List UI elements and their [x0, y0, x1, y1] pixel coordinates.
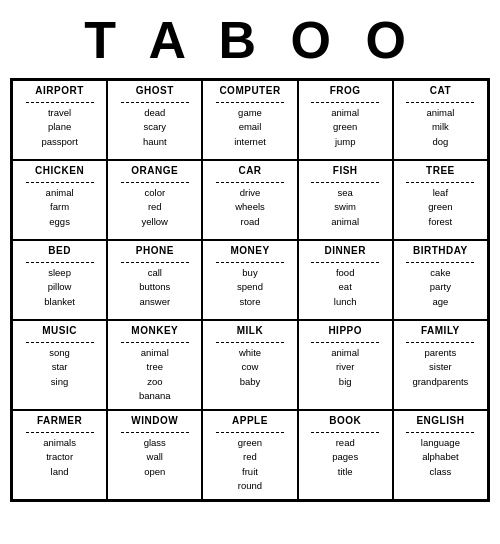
card-words: animal tree zoo banana: [139, 346, 171, 403]
card-title: APPLE: [232, 415, 268, 426]
card-title: ORANGE: [131, 165, 178, 176]
card-words: white cow baby: [239, 346, 261, 389]
card-words: dead scary haunt: [143, 106, 167, 149]
card-title: FISH: [333, 165, 358, 176]
card-divider: [406, 262, 474, 263]
card-words: animal river big: [331, 346, 359, 389]
card-title: CAR: [238, 165, 261, 176]
card-title: BIRTHDAY: [413, 245, 468, 256]
card-title: WINDOW: [131, 415, 178, 426]
card-divider: [216, 342, 284, 343]
taboo-card: MONKEYanimal tree zoo banana: [107, 320, 202, 410]
card-words: travel plane passport: [41, 106, 77, 149]
taboo-card: CHICKENanimal farm eggs: [12, 160, 107, 240]
card-words: buy spend store: [237, 266, 263, 309]
card-words: color red yellow: [142, 186, 168, 229]
card-words: call buttons answer: [139, 266, 170, 309]
card-words: food eat lunch: [334, 266, 357, 309]
card-title: MILK: [237, 325, 263, 336]
card-words: sleep pillow blanket: [44, 266, 75, 309]
taboo-card: TREEleaf green forest: [393, 160, 488, 240]
card-divider: [216, 182, 284, 183]
card-divider: [26, 182, 94, 183]
card-divider: [406, 182, 474, 183]
taboo-card: APPLEgreen red fruit round: [202, 410, 297, 500]
card-title: HIPPO: [328, 325, 362, 336]
taboo-card: FISHsea swim animal: [298, 160, 393, 240]
card-divider: [121, 262, 189, 263]
taboo-card: HIPPOanimal river big: [298, 320, 393, 410]
card-divider: [311, 262, 379, 263]
card-title: BED: [48, 245, 71, 256]
card-words: animals tractor land: [43, 436, 76, 479]
card-words: green red fruit round: [238, 436, 262, 493]
taboo-card: FROGanimal green jump: [298, 80, 393, 160]
card-divider: [26, 432, 94, 433]
card-divider: [121, 432, 189, 433]
card-title: AIRPORT: [35, 85, 84, 96]
card-title: TREE: [426, 165, 455, 176]
card-divider: [406, 102, 474, 103]
card-title: CAT: [430, 85, 451, 96]
card-divider: [216, 432, 284, 433]
card-title: GHOST: [136, 85, 174, 96]
card-divider: [26, 102, 94, 103]
card-title: MONKEY: [131, 325, 178, 336]
card-words: sea swim animal: [331, 186, 359, 229]
taboo-card: PHONEcall buttons answer: [107, 240, 202, 320]
card-words: song star sing: [49, 346, 70, 389]
taboo-grid: AIRPORTtravel plane passportGHOSTdead sc…: [10, 78, 490, 502]
card-divider: [26, 262, 94, 263]
taboo-card: CARdrive wheels road: [202, 160, 297, 240]
card-words: drive wheels road: [235, 186, 265, 229]
taboo-card: BIRTHDAYcake party age: [393, 240, 488, 320]
card-divider: [26, 342, 94, 343]
card-divider: [311, 432, 379, 433]
card-words: parents sister grandparents: [412, 346, 468, 389]
taboo-card: GHOSTdead scary haunt: [107, 80, 202, 160]
card-title: DINNER: [325, 245, 366, 256]
taboo-card: MONEYbuy spend store: [202, 240, 297, 320]
card-divider: [406, 432, 474, 433]
taboo-card: MUSICsong star sing: [12, 320, 107, 410]
card-divider: [121, 342, 189, 343]
taboo-card: AIRPORTtravel plane passport: [12, 80, 107, 160]
card-divider: [216, 262, 284, 263]
card-words: game email internet: [234, 106, 266, 149]
taboo-card: ORANGEcolor red yellow: [107, 160, 202, 240]
card-divider: [406, 342, 474, 343]
card-divider: [311, 182, 379, 183]
card-divider: [121, 102, 189, 103]
card-title: FARMER: [37, 415, 82, 426]
card-divider: [121, 182, 189, 183]
card-title: BOOK: [329, 415, 361, 426]
taboo-card: FAMILYparents sister grandparents: [393, 320, 488, 410]
taboo-card: ENGLISHlanguage alphabet class: [393, 410, 488, 500]
page: T A B O O AIRPORTtravel plane passportGH…: [0, 0, 500, 512]
card-words: animal farm eggs: [46, 186, 74, 229]
taboo-card: FARMERanimals tractor land: [12, 410, 107, 500]
taboo-card: WINDOWglass wall open: [107, 410, 202, 500]
taboo-card: BOOKread pages title: [298, 410, 393, 500]
page-title: T A B O O: [10, 10, 490, 70]
card-title: MUSIC: [42, 325, 77, 336]
card-title: ENGLISH: [416, 415, 464, 426]
card-words: animal milk dog: [426, 106, 454, 149]
taboo-card: COMPUTERgame email internet: [202, 80, 297, 160]
card-words: glass wall open: [144, 436, 166, 479]
card-words: animal green jump: [331, 106, 359, 149]
card-divider: [311, 102, 379, 103]
card-words: language alphabet class: [421, 436, 460, 479]
taboo-card: MILKwhite cow baby: [202, 320, 297, 410]
card-title: CHICKEN: [35, 165, 84, 176]
card-title: MONEY: [230, 245, 269, 256]
card-title: FAMILY: [421, 325, 460, 336]
taboo-card: CATanimal milk dog: [393, 80, 488, 160]
taboo-card: BEDsleep pillow blanket: [12, 240, 107, 320]
card-title: PHONE: [136, 245, 174, 256]
card-words: leaf green forest: [428, 186, 452, 229]
card-title: COMPUTER: [219, 85, 280, 96]
card-divider: [216, 102, 284, 103]
card-divider: [311, 342, 379, 343]
card-words: cake party age: [430, 266, 451, 309]
